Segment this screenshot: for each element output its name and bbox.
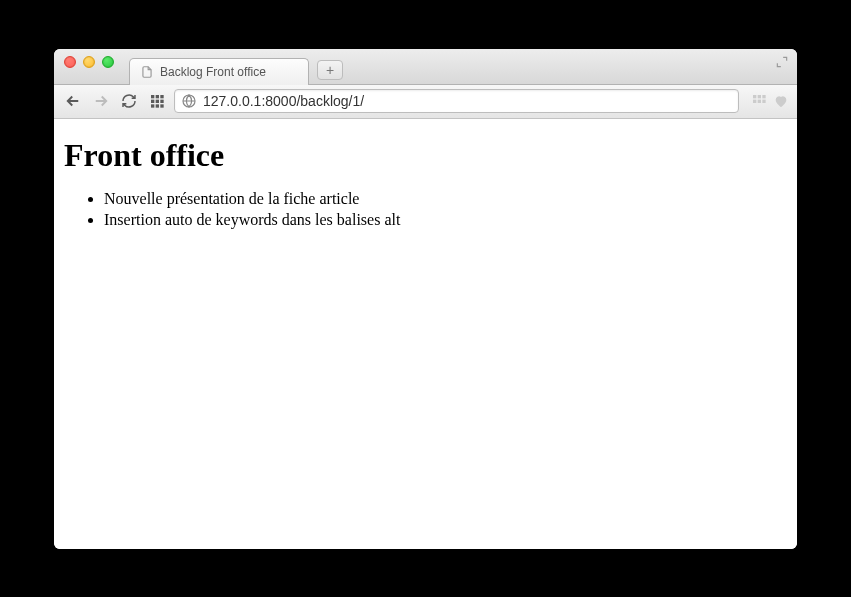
svg-rect-5 bbox=[160, 100, 163, 103]
window-controls bbox=[54, 49, 124, 68]
minimize-window-button[interactable] bbox=[83, 56, 95, 68]
list-item: Nouvelle présentation de la fiche articl… bbox=[104, 188, 787, 210]
tab-active[interactable]: Backlog Front office bbox=[129, 58, 309, 85]
arrow-right-icon bbox=[92, 92, 110, 110]
svg-rect-15 bbox=[762, 100, 765, 103]
browser-window: Backlog Front office + bbox=[54, 49, 797, 549]
svg-rect-0 bbox=[151, 95, 154, 98]
page-heading: Front office bbox=[64, 137, 787, 174]
apps-button[interactable] bbox=[146, 90, 168, 112]
maximize-window-button[interactable] bbox=[102, 56, 114, 68]
tab-title: Backlog Front office bbox=[160, 65, 266, 79]
page-content: Front office Nouvelle présentation de la… bbox=[54, 119, 797, 549]
url-bar[interactable] bbox=[174, 89, 739, 113]
page-favicon bbox=[140, 65, 154, 79]
extensions-icon[interactable] bbox=[751, 93, 767, 109]
svg-rect-1 bbox=[156, 95, 159, 98]
fullscreen-icon[interactable] bbox=[775, 55, 789, 69]
svg-rect-2 bbox=[160, 95, 163, 98]
backlog-list: Nouvelle présentation de la fiche articl… bbox=[64, 188, 787, 231]
titlebar: Backlog Front office + bbox=[54, 49, 797, 85]
svg-rect-4 bbox=[156, 100, 159, 103]
svg-rect-13 bbox=[753, 100, 756, 103]
back-button[interactable] bbox=[62, 90, 84, 112]
reload-icon bbox=[121, 93, 137, 109]
svg-rect-8 bbox=[160, 104, 163, 107]
svg-rect-6 bbox=[151, 104, 154, 107]
new-tab-button[interactable]: + bbox=[317, 60, 343, 80]
plus-icon: + bbox=[326, 62, 334, 78]
svg-rect-12 bbox=[762, 95, 765, 98]
url-input[interactable] bbox=[203, 93, 732, 109]
arrow-left-icon bbox=[64, 92, 82, 110]
toolbar-right bbox=[751, 93, 789, 109]
svg-rect-14 bbox=[758, 100, 761, 103]
heart-icon[interactable] bbox=[773, 93, 789, 109]
forward-button[interactable] bbox=[90, 90, 112, 112]
close-window-button[interactable] bbox=[64, 56, 76, 68]
list-item: Insertion auto de keywords dans les bali… bbox=[104, 209, 787, 231]
svg-rect-7 bbox=[156, 104, 159, 107]
svg-rect-3 bbox=[151, 100, 154, 103]
toolbar bbox=[54, 85, 797, 119]
svg-rect-11 bbox=[758, 95, 761, 98]
tab-strip: Backlog Front office + bbox=[129, 49, 343, 84]
reload-button[interactable] bbox=[118, 90, 140, 112]
grid-icon bbox=[149, 93, 165, 109]
globe-icon bbox=[181, 93, 197, 109]
svg-rect-10 bbox=[753, 95, 756, 98]
